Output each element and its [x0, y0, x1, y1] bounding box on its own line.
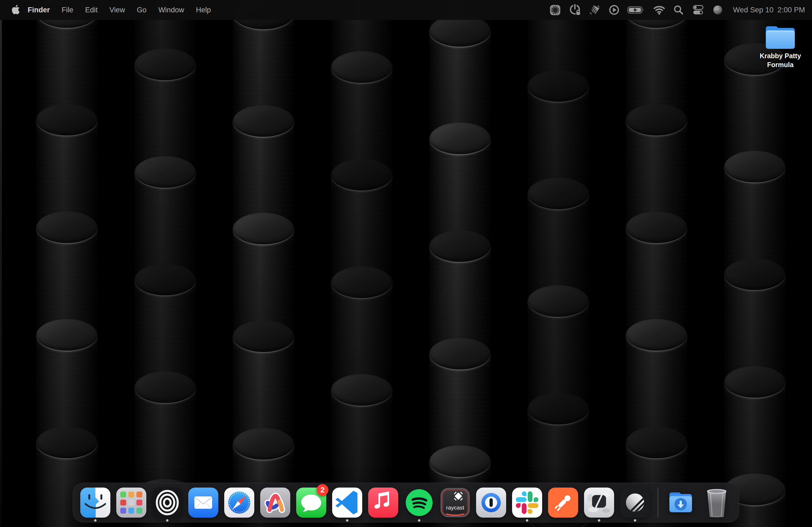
folder-icon [755, 24, 806, 50]
dock-item-concentric-circles-app[interactable] [152, 483, 182, 522]
dock-item-messages[interactable]: 2 [296, 483, 326, 522]
dock-separator [657, 488, 658, 517]
striped-sphere-app-icon [620, 487, 650, 517]
dock-item-postman[interactable] [548, 483, 578, 522]
dock-item-launchpad[interactable] [116, 483, 146, 522]
running-indicator [634, 519, 636, 522]
folder-label: Krabby Patty Formula [755, 51, 806, 69]
concentric-circles-app-icon [152, 487, 182, 517]
dock-item-vscode[interactable] [332, 483, 362, 522]
spotify-icon [404, 487, 434, 517]
wallpaper [0, 0, 812, 527]
menu-bar-status-area: Wed Sep 10 2:00 PM [545, 0, 805, 20]
raycast-icon [440, 487, 470, 517]
dock-item-slashed-square-app[interactable] [584, 483, 614, 522]
dock-item-slack[interactable] [512, 483, 542, 522]
dock-item-apple-music[interactable] [368, 483, 398, 522]
menu-item-file[interactable]: File [56, 0, 79, 20]
finder-icon [80, 487, 110, 517]
control-center-icon[interactable] [688, 0, 708, 20]
wallpaper-cylinder-column [134, 0, 196, 527]
running-indicator [418, 519, 420, 522]
menu-clock[interactable]: Wed Sep 10 2:00 PM [733, 6, 805, 14]
vscode-icon [332, 487, 362, 517]
menu-bar-left: Finder FileEditViewGoWindowHelp [12, 0, 217, 20]
dock-item-finder[interactable] [80, 483, 110, 522]
clock-time: 2:00 PM [778, 6, 805, 14]
apple-logo-icon [12, 5, 19, 15]
slashed-square-app-icon [584, 487, 614, 517]
apple-music-icon [368, 487, 398, 517]
battery-charging-icon[interactable] [624, 0, 649, 20]
running-indicator [94, 519, 97, 522]
wallpaper-cylinder-column [626, 0, 687, 527]
dock-item-spotify[interactable] [404, 483, 434, 522]
dock-item-downloads-folder[interactable] [666, 483, 696, 522]
starburst-app-icon[interactable] [545, 0, 565, 20]
dock-item-striped-sphere-app[interactable] [620, 483, 650, 522]
striped-flag-icon[interactable] [585, 0, 605, 20]
dock-item-trash[interactable] [702, 483, 732, 522]
sphere-app-icon[interactable] [708, 0, 727, 20]
menu-item-help[interactable]: Help [190, 0, 217, 20]
dock-item-mail[interactable] [188, 483, 218, 522]
dock: 2raycast [73, 483, 739, 523]
menu-item-go[interactable]: Go [131, 0, 153, 20]
wallpaper-edge-highlight [0, 20, 2, 527]
running-indicator [346, 519, 349, 522]
macos-desktop: Finder FileEditViewGoWindowHelp Wed Sep … [0, 0, 812, 527]
menu-item-view[interactable]: View [104, 0, 131, 20]
wallpaper-cylinder-column [36, 0, 98, 527]
now-playing-icon[interactable] [605, 0, 624, 20]
launchpad-icon [116, 487, 146, 517]
spotlight-search-icon[interactable] [669, 0, 688, 20]
menu-item-window[interactable]: Window [153, 0, 190, 20]
running-indicator [526, 519, 528, 522]
menu-bar: Finder FileEditViewGoWindowHelp Wed Sep … [0, 0, 812, 20]
dock-item-arc-browser[interactable] [260, 483, 290, 522]
running-indicator [598, 519, 600, 522]
wifi-icon[interactable] [649, 0, 669, 20]
wallpaper-cylinder-column [331, 0, 392, 527]
arc-browser-icon [260, 487, 290, 517]
dock-item-1password[interactable] [476, 483, 506, 522]
clock-date: Wed Sep 10 [733, 6, 773, 14]
dock-item-safari[interactable] [224, 483, 254, 522]
menu-item-edit[interactable]: Edit [79, 0, 104, 20]
wallpaper-cylinder-column [233, 0, 294, 527]
power-lock-icon[interactable] [565, 0, 585, 20]
1password-icon [476, 487, 506, 517]
menu-items: FileEditViewGoWindowHelp [56, 0, 217, 20]
wallpaper-cylinder-column [528, 0, 589, 527]
desktop-folder-krabby-patty[interactable]: Krabby Patty Formula [755, 24, 806, 69]
trash-icon [702, 487, 732, 517]
running-indicator [166, 519, 169, 522]
dock-item-raycast[interactable]: raycast [440, 483, 470, 522]
raycast-label: raycast [440, 505, 470, 511]
notification-badge: 2 [317, 484, 329, 496]
downloads-folder-icon [666, 487, 696, 517]
safari-icon [224, 487, 254, 517]
apple-menu[interactable] [12, 5, 22, 15]
menu-app-name[interactable]: Finder [22, 0, 56, 20]
slack-icon [512, 487, 542, 517]
status-icon-tray [545, 0, 727, 20]
wallpaper-cylinder-column [429, 0, 491, 527]
mail-icon [188, 487, 218, 517]
postman-icon [548, 487, 578, 517]
wallpaper-cylinder-column [724, 0, 785, 527]
